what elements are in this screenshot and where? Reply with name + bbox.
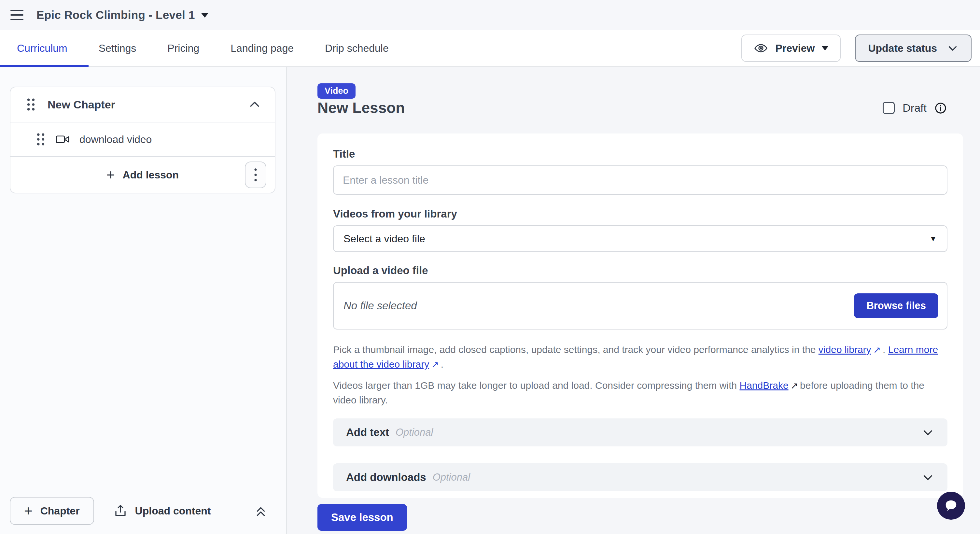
add-text-label: Add text [346, 426, 389, 439]
caret-down-icon [822, 46, 828, 51]
video-library-help-text: Pick a thumbnail image, add closed capti… [333, 343, 947, 372]
curriculum-sidebar: New Chapter download [0, 67, 287, 534]
upload-field-label: Upload a video file [333, 264, 947, 277]
add-chapter-button[interactable]: + Chapter [10, 497, 94, 525]
upload-icon [114, 504, 127, 518]
lesson-type-badge: Video [317, 83, 356, 99]
chevron-down-icon [947, 42, 959, 54]
chevron-up-icon[interactable] [248, 98, 261, 111]
external-link-icon: ↗ [873, 343, 881, 357]
add-downloads-accordion[interactable]: Add downloads Optional [333, 463, 947, 491]
external-link-icon: ↗ [431, 358, 439, 372]
tab-settings[interactable]: Settings [99, 42, 137, 54]
drag-handle-icon[interactable] [36, 132, 46, 146]
optional-label: Optional [433, 472, 470, 483]
file-upload-box: No file selected Browse files [333, 282, 947, 329]
tab-bar-actions: Preview Update status [741, 35, 980, 62]
tab-curriculum[interactable]: Curriculum [17, 42, 67, 54]
chat-widget-button[interactable] [937, 492, 965, 520]
draft-checkbox[interactable] [883, 102, 895, 114]
add-lesson-button[interactable]: + Add lesson [107, 168, 179, 182]
hamburger-menu-icon[interactable] [10, 10, 24, 20]
handbrake-link[interactable]: HandBrake [740, 380, 789, 391]
library-field-label: Videos from your library [333, 208, 947, 220]
sidebar-footer: + Chapter Upload content [0, 488, 286, 534]
browse-files-button[interactable]: Browse files [854, 293, 938, 318]
video-library-select[interactable]: Select a video file ▼ [333, 225, 947, 252]
select-caret-icon: ▼ [929, 234, 937, 243]
plus-icon: + [24, 504, 33, 518]
upload-content-button[interactable]: Upload content [114, 504, 211, 518]
draft-label: Draft [902, 102, 927, 114]
tab-pricing[interactable]: Pricing [167, 42, 199, 54]
video-library-selected-value: Select a video file [344, 233, 425, 245]
active-tab-underline [0, 65, 89, 67]
chevron-down-icon [921, 426, 934, 439]
add-text-accordion[interactable]: Add text Optional [333, 418, 947, 447]
tab-drip-schedule[interactable]: Drip schedule [325, 42, 389, 54]
external-link-icon: ↗ [791, 379, 798, 393]
chapter-card: New Chapter download [10, 87, 275, 194]
compression-help-text: Videos larger than 1GB may take longer t… [333, 378, 947, 407]
lesson-title: download video [80, 134, 152, 146]
lesson-item[interactable]: download video [10, 122, 275, 156]
chat-bubble-icon [943, 498, 959, 513]
course-switcher[interactable]: Epic Rock Climbing - Level 1 [37, 8, 209, 22]
course-title: Epic Rock Climbing - Level 1 [37, 8, 195, 22]
save-lesson-button[interactable]: Save lesson [317, 504, 407, 531]
add-lesson-label: Add lesson [123, 169, 179, 181]
caret-down-icon [201, 13, 209, 17]
preview-button-label: Preview [775, 42, 815, 54]
angles-up-icon [254, 504, 267, 518]
preview-button[interactable]: Preview [741, 35, 841, 62]
chapter-header[interactable]: New Chapter [10, 87, 275, 122]
drag-handle-icon[interactable] [26, 97, 36, 112]
video-camera-icon [55, 134, 70, 145]
video-library-link[interactable]: video library [819, 344, 871, 355]
page-title: New Lesson [317, 99, 405, 116]
eye-icon [754, 41, 768, 56]
lesson-title-input[interactable] [333, 165, 947, 195]
plus-icon: + [107, 168, 115, 182]
tab-bar: Curriculum Settings Pricing Landing page… [0, 30, 980, 67]
add-lesson-row: + Add lesson [10, 156, 275, 193]
collapse-all-button[interactable] [254, 504, 267, 518]
add-chapter-label: Chapter [40, 505, 80, 517]
update-status-button[interactable]: Update status [855, 35, 972, 62]
lesson-editor: Video New Lesson Draft Title Videos from… [288, 67, 980, 534]
kebab-icon [254, 168, 257, 182]
info-icon[interactable] [934, 102, 947, 114]
title-field-label: Title [333, 148, 947, 160]
chevron-down-icon [921, 471, 934, 484]
upload-content-label: Upload content [135, 505, 211, 517]
tab-landing-page[interactable]: Landing page [231, 42, 294, 54]
optional-label: Optional [396, 426, 433, 438]
chapter-menu-button[interactable] [245, 162, 266, 188]
lesson-form-card: Title Videos from your library Select a … [317, 134, 963, 498]
update-status-label: Update status [868, 42, 937, 54]
draft-toggle-row: Draft [883, 102, 947, 114]
no-file-text: No file selected [344, 300, 417, 312]
chapter-title: New Chapter [48, 99, 115, 111]
add-downloads-label: Add downloads [346, 471, 426, 483]
top-bar: Epic Rock Climbing - Level 1 [0, 0, 980, 30]
